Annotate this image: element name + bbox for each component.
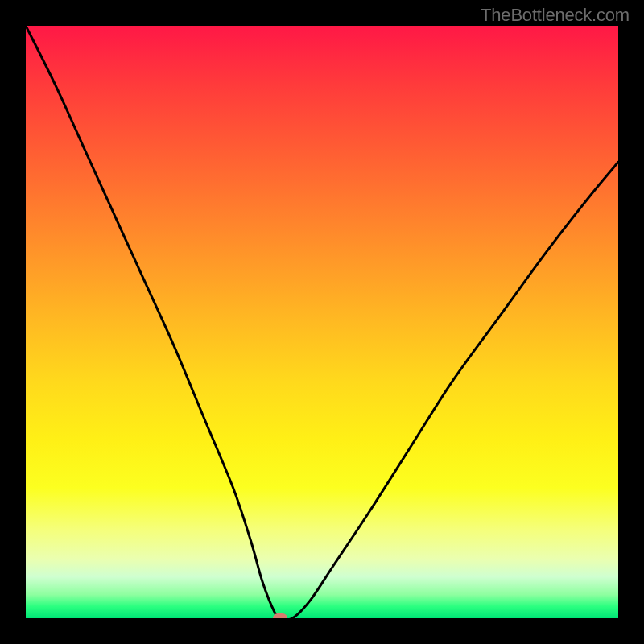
- watermark-text: TheBottleneck.com: [481, 5, 630, 26]
- chart-frame: [0, 0, 644, 644]
